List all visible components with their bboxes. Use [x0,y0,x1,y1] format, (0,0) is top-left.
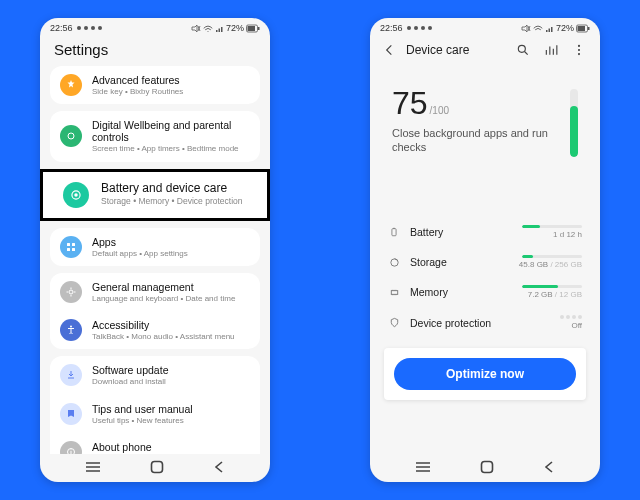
status-bar: 22:56 72% [40,18,270,35]
notification-icons [75,24,103,32]
svg-point-3 [98,26,102,30]
notification-icons [405,24,433,32]
svg-point-21 [414,26,418,30]
svg-rect-11 [72,243,75,246]
shield-icon [388,317,400,329]
svg-rect-19 [151,462,162,473]
settings-item-advanced-features[interactable]: Advanced features Side key • Bixby Routi… [50,66,260,104]
advanced-features-icon [60,74,82,96]
svg-point-22 [421,26,425,30]
nav-bar [370,454,600,482]
svg-point-0 [77,26,81,30]
svg-rect-25 [588,27,590,30]
tips-icon [60,403,82,425]
status-battery: 72% [226,23,244,33]
signal-icon [215,24,224,33]
status-bar: 22:56 72% [370,18,600,35]
memory-row-icon [388,286,400,298]
phone-device-care: 22:56 72% Device care 75/100 Close backg… [370,18,600,482]
svg-point-18 [71,449,72,450]
svg-rect-6 [248,26,256,31]
svg-rect-12 [67,248,70,251]
home-button[interactable] [150,460,164,474]
svg-point-20 [407,26,411,30]
settings-item-apps[interactable]: Apps Default apps • App settings [50,228,260,266]
status-time: 22:56 [380,23,403,33]
svg-point-15 [70,326,72,328]
svg-point-2 [91,26,95,30]
settings-item-general-management[interactable]: General management Language and keyboard… [50,273,260,311]
settings-item-device-care[interactable]: Battery and device care Storage • Memory… [43,172,267,218]
svg-rect-10 [67,243,70,246]
svg-point-27 [518,45,525,52]
signal-icon [545,24,554,33]
care-row-battery[interactable]: Battery 1 d 12 h [388,217,582,247]
page-title: Device care [406,43,506,57]
care-row-memory[interactable]: Memory 7.2 GB / 12 GB [388,277,582,307]
optimize-card: Optimize now [384,348,586,400]
about-phone-icon [60,441,82,454]
software-update-icon [60,364,82,386]
svg-rect-13 [72,248,75,251]
settings-item-software-update[interactable]: Software update Download and install [50,356,260,394]
svg-point-7 [68,133,74,139]
settings-item-tips[interactable]: Tips and user manual Useful tips • New f… [50,395,260,433]
search-icon[interactable] [512,39,534,61]
status-battery: 72% [556,23,574,33]
wellbeing-icon [60,125,82,147]
home-button[interactable] [480,460,494,474]
care-row-protection[interactable]: Device protection Off [388,307,582,338]
svg-point-28 [578,45,580,47]
settings-item-accessibility[interactable]: Accessibility TalkBack • Mono audio • As… [50,311,260,349]
back-button[interactable] [213,460,225,474]
wifi-icon [203,24,213,33]
svg-point-29 [578,49,580,51]
svg-point-30 [578,53,580,55]
svg-point-23 [428,26,432,30]
mute-icon [191,24,201,33]
mute-icon [521,24,531,33]
accessibility-icon [60,319,82,341]
storage-row-icon [388,256,400,268]
more-icon[interactable] [568,39,590,61]
settings-item-digital-wellbeing[interactable]: Digital Wellbeing and parental controls … [50,111,260,161]
svg-point-1 [84,26,88,30]
care-list: Battery 1 d 12 h Storage 45.8 GB / 256 G… [370,217,600,338]
score-message: Close background apps and run checks [392,126,558,155]
care-row-storage[interactable]: Storage 45.8 GB / 256 GB [388,247,582,277]
optimize-now-button[interactable]: Optimize now [394,358,576,390]
svg-rect-26 [578,26,586,31]
svg-rect-35 [481,462,492,473]
settings-list: Advanced features Side key • Bixby Routi… [40,66,270,454]
battery-icon [246,24,260,33]
score-bar [570,89,578,157]
highlighted-item-device-care: Battery and device care Storage • Memory… [40,169,270,221]
svg-point-9 [74,193,78,197]
wifi-icon [533,24,543,33]
phone-settings: 22:56 72% Settings Advanced features Sid… [40,18,270,482]
score-max: /100 [430,105,449,116]
device-care-header: Device care [370,35,600,65]
battery-row-icon [388,226,400,238]
settings-item-about-phone[interactable]: About phone Status • Legal information •… [50,433,260,454]
apps-icon [60,236,82,258]
device-care-icon [63,182,89,208]
svg-rect-5 [258,27,260,30]
chart-icon[interactable] [540,39,562,61]
page-title: Settings [40,35,270,66]
svg-point-14 [69,290,73,294]
svg-rect-31 [392,229,396,236]
status-time: 22:56 [50,23,73,33]
back-icon[interactable] [378,39,400,61]
general-icon [60,281,82,303]
score-value: 75 [392,85,428,121]
nav-bar [40,454,270,482]
battery-icon [576,24,590,33]
svg-rect-32 [393,228,395,229]
back-button[interactable] [543,460,555,474]
recents-button[interactable] [85,461,101,473]
recents-button[interactable] [415,461,431,473]
score-area: 75/100 Close background apps and run che… [370,65,600,167]
svg-rect-34 [391,290,397,294]
